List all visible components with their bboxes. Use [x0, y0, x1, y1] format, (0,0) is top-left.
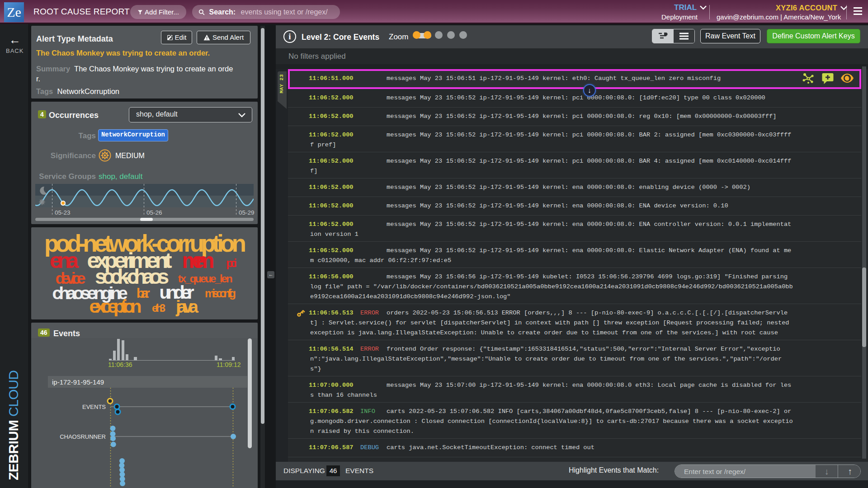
svg-text:pci: pci: [226, 256, 237, 270]
svg-text:11:09:12: 11:09:12: [217, 361, 241, 368]
svg-text:eth3: eth3: [152, 302, 165, 314]
svg-text:ip-172-91-95-149: ip-172-91-95-149: [52, 378, 104, 386]
svg-text:misconfig: misconfig: [205, 287, 236, 300]
svg-text:CHAOSRUNNER: CHAOSRUNNER: [60, 433, 106, 440]
svg-text:mem: mem: [182, 249, 215, 272]
svg-text:11:06:36: 11:06:36: [108, 361, 132, 368]
svg-text:EVENTS: EVENTS: [82, 404, 106, 410]
svg-text:java: java: [175, 297, 199, 316]
svg-text:exception: exception: [90, 296, 142, 317]
